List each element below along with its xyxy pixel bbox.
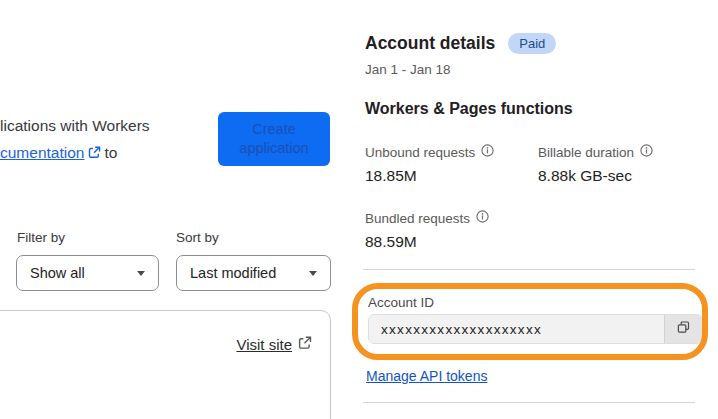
stat-label-text: Billable duration [538,145,634,160]
divider [363,402,695,403]
project-card: Visit site [0,310,331,419]
functions-section-title: Workers & Pages functions [365,100,573,118]
account-details-title: Account details [365,33,495,54]
sort-by-label: Sort by [176,230,219,245]
filter-by-label: Filter by [17,230,65,245]
account-id-label: Account ID [368,295,434,310]
intro-line-1: lications with Workers [0,112,150,139]
date-range: Jan 1 - Jan 18 [365,62,451,77]
account-id-input[interactable] [369,315,664,343]
account-id-input-group [368,314,703,344]
chevron-down-icon [137,271,145,276]
chevron-down-icon [309,271,317,276]
info-icon[interactable] [476,210,489,226]
bundled-requests-value: 88.59M [365,233,417,251]
unbound-requests-label: Unbound requests [365,144,494,160]
copy-icon [676,320,691,338]
visit-site-link[interactable]: Visit site [236,336,312,353]
billable-duration-value: 8.88k GB-sec [538,167,632,185]
documentation-link[interactable]: cumentation [0,144,84,161]
visit-site-label: Visit site [236,336,292,353]
sort-dropdown-value: Last modified [190,265,276,281]
create-application-label-line2: application [218,139,330,158]
workers-pages-dashboard: lications with Workers cumentationto Cre… [0,0,718,419]
create-application-label-line1: Create [218,120,330,139]
divider [363,269,695,270]
info-icon[interactable] [481,144,494,160]
stat-label-text: Unbound requests [365,145,475,160]
external-link-icon [88,140,101,167]
bundled-requests-label: Bundled requests [365,210,489,226]
external-link-icon [298,336,312,353]
unbound-requests-value: 18.85M [365,167,417,185]
intro-line-2-suffix: to [104,144,117,161]
sort-dropdown[interactable]: Last modified [176,255,331,291]
manage-api-tokens-link[interactable]: Manage API tokens [366,368,487,384]
filter-dropdown[interactable]: Show all [16,255,159,291]
info-icon[interactable] [640,144,653,160]
stat-label-text: Bundled requests [365,211,470,226]
intro-line-2: cumentationto [0,139,150,167]
intro-text: lications with Workers cumentationto [0,112,150,167]
copy-account-id-button[interactable] [664,315,702,343]
billable-duration-label: Billable duration [538,144,653,160]
create-application-button[interactable]: Create application [218,112,330,166]
filter-dropdown-value: Show all [30,265,85,281]
account-details-header: Account details Paid [365,33,556,54]
paid-badge: Paid [508,33,556,54]
